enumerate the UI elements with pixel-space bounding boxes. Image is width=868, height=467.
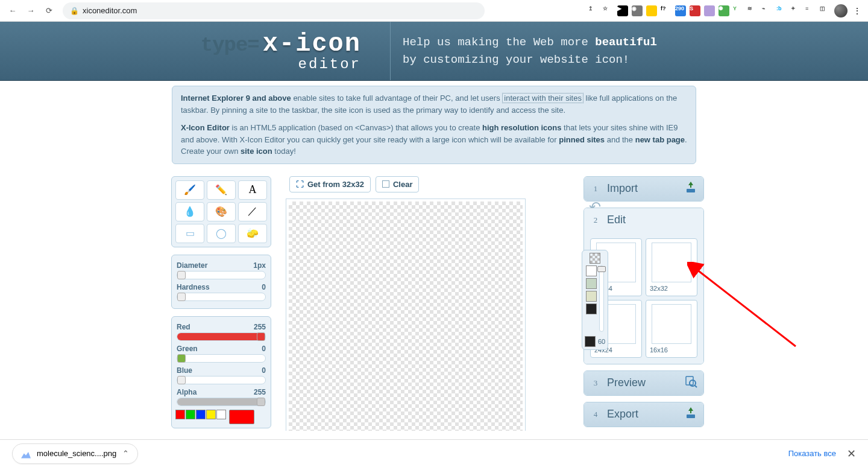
main-canvas[interactable] xyxy=(286,199,526,431)
diameter-slider[interactable] xyxy=(177,271,266,279)
extension-icon[interactable]: ◉ xyxy=(632,5,643,16)
intro-bold-2: X-Icon Editor xyxy=(181,123,230,132)
bucket-icon[interactable]: 🎨 xyxy=(207,202,236,221)
step-preview-head[interactable]: 3 Preview xyxy=(584,371,703,395)
get-from-label: Get from 32x32 xyxy=(307,180,364,189)
extension-icon[interactable]: ✦ xyxy=(791,5,802,16)
extension-icon[interactable]: ◫ xyxy=(820,5,831,16)
resize-icon: ⛶ xyxy=(296,180,304,189)
extension-icon[interactable]: ☆ xyxy=(603,5,614,16)
size-preview xyxy=(652,243,691,282)
color-swatch[interactable] xyxy=(216,410,226,419)
color-panel: Red255 Green0 Blue0 Alpha255 xyxy=(171,316,271,428)
blue-slider[interactable] xyxy=(177,376,266,384)
eyedropper-icon[interactable]: 💧 xyxy=(175,202,204,221)
green-label: Green xyxy=(177,345,198,353)
clear-button[interactable]: Clear xyxy=(376,176,420,192)
tagline-1b: beautiful xyxy=(595,36,657,49)
close-icon[interactable]: ✕ xyxy=(847,447,856,460)
extension-icon[interactable]: ✺ xyxy=(719,5,729,16)
mini-palette: 60 xyxy=(582,250,608,350)
pencil-icon[interactable]: ✏️ xyxy=(207,180,236,200)
intro-bold-5: new tab page xyxy=(635,135,685,144)
extension-icon[interactable]: f? xyxy=(661,5,671,16)
color-swatch[interactable] xyxy=(175,410,185,419)
alpha-slider[interactable] xyxy=(177,398,266,406)
extension-icon[interactable]: ≋ xyxy=(747,5,758,16)
diameter-value: 1px xyxy=(253,261,266,270)
logo-sub: editor xyxy=(201,56,361,72)
line-icon[interactable]: ／ xyxy=(238,202,267,221)
kebab-menu-icon[interactable]: ⋮ xyxy=(851,5,863,17)
color-swatch[interactable] xyxy=(196,410,206,419)
extension-icon[interactable]: ▶ xyxy=(617,5,628,16)
app-header: type=x-icon editor Help us making the We… xyxy=(0,22,868,81)
get-from-button[interactable]: ⛶ Get from 32x32 xyxy=(289,176,371,192)
intro-link[interactable]: interact with their sites xyxy=(502,93,583,103)
step-1-title: Import xyxy=(607,182,678,195)
download-filename: molecule_scienc....png xyxy=(37,449,116,458)
extension-icon[interactable] xyxy=(704,5,715,16)
left-column: 🖌️✏️A💧🎨／▭◯🧽 Diameter1px Hardness0 Red255… xyxy=(171,176,271,428)
brush-icon[interactable]: 🖌️ xyxy=(175,180,204,200)
size-option[interactable]: 32x32 xyxy=(646,238,697,296)
hardness-label: Hardness xyxy=(177,283,210,291)
extension-icon[interactable]: ⌁ xyxy=(762,5,773,16)
text-icon[interactable]: A xyxy=(238,180,267,200)
swatch-row xyxy=(175,410,267,424)
mini-swatch[interactable] xyxy=(586,265,597,276)
alpha-label: Alpha xyxy=(177,388,197,396)
color-swatch[interactable] xyxy=(206,410,216,419)
download-chip[interactable]: molecule_scienc....png ⌃ xyxy=(12,443,138,464)
mini-swatch[interactable] xyxy=(586,278,597,289)
extension-icon[interactable]: ↥ xyxy=(588,5,599,16)
mini-color-column xyxy=(586,265,597,316)
forward-button[interactable]: → xyxy=(23,3,39,19)
mini-swatch[interactable] xyxy=(586,291,597,302)
extensions-row: ↥☆▶◉f?290S✺Y≋⌁:b✦≡◫⋮ xyxy=(588,4,863,17)
mini-swatch[interactable] xyxy=(586,303,597,314)
tool-panel: 🖌️✏️A💧🎨／▭◯🧽 xyxy=(171,176,271,247)
annotation-arrow xyxy=(687,262,808,358)
size-option[interactable]: 16x16 xyxy=(646,300,697,358)
mini-current-swatch[interactable] xyxy=(585,336,596,347)
avatar[interactable] xyxy=(834,4,848,17)
step-import-head[interactable]: 1 Import xyxy=(584,177,703,201)
step-4-num: 4 xyxy=(590,409,601,420)
mini-slider[interactable] xyxy=(599,265,604,332)
intro-bold-6: site icon xyxy=(241,147,272,156)
size-label: 16x16 xyxy=(650,346,693,354)
step-4-title: Export xyxy=(607,408,678,421)
step-edit-head[interactable]: 2 Edit xyxy=(584,208,703,232)
hardness-value: 0 xyxy=(262,283,266,291)
eraser-icon[interactable]: 🧽 xyxy=(238,224,267,243)
import-icon xyxy=(684,180,697,197)
intro-bold-3: high resolution icons xyxy=(482,123,561,132)
transparency-swatch[interactable] xyxy=(590,253,600,264)
extension-icon[interactable]: 290 xyxy=(675,5,686,16)
svg-line-3 xyxy=(695,386,697,387)
rectangle-icon[interactable]: ▭ xyxy=(175,224,204,243)
reload-button[interactable]: ⟳ xyxy=(41,3,57,19)
extension-icon[interactable]: ≡ xyxy=(805,5,816,16)
show-all-link[interactable]: Показать все xyxy=(788,449,836,458)
red-slider[interactable] xyxy=(177,332,266,341)
extension-icon[interactable]: Y xyxy=(733,5,744,16)
step-export: 4 Export xyxy=(583,402,704,427)
square-icon xyxy=(382,180,389,188)
current-color-swatch[interactable] xyxy=(229,410,254,424)
extension-icon[interactable]: S xyxy=(690,5,700,16)
brush-panel: Diameter1px Hardness0 xyxy=(171,255,271,309)
back-button[interactable]: ← xyxy=(5,3,20,19)
step-1-num: 1 xyxy=(590,183,601,194)
extension-icon[interactable]: :b xyxy=(776,5,787,16)
ellipse-icon[interactable]: ◯ xyxy=(207,224,236,243)
green-slider[interactable] xyxy=(177,354,266,363)
step-export-head[interactable]: 4 Export xyxy=(584,402,703,427)
hardness-slider[interactable] xyxy=(177,293,266,301)
url-text: xiconeditor.com xyxy=(83,6,137,15)
extension-icon[interactable] xyxy=(646,5,657,16)
svg-rect-4 xyxy=(687,415,695,418)
address-bar[interactable]: 🔒 xiconeditor.com xyxy=(63,2,485,19)
color-swatch[interactable] xyxy=(186,410,195,419)
